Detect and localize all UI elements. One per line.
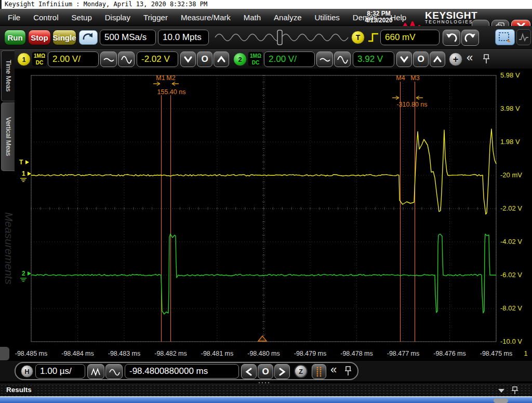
x-axis-label: -98.475 ms: [480, 350, 513, 357]
window-title-bar: Keysight Infiniium : Monday, April 13, 2…: [0, 0, 532, 9]
marker-m4-label[interactable]: M4: [396, 74, 405, 82]
channel-2-scale-field[interactable]: 2.00 V/: [264, 51, 315, 67]
timebase-scale-field[interactable]: 1.00 µs/: [35, 364, 85, 379]
menu-trigger[interactable]: Trigger: [143, 9, 168, 26]
caret-down-icon[interactable]: [498, 388, 505, 393]
horizontal-menu-button[interactable]: H: [21, 365, 33, 378]
menu-display[interactable]: Display: [104, 9, 131, 26]
zoom-select-button[interactable]: [495, 29, 515, 45]
undo-button[interactable]: [443, 30, 460, 46]
redo-button[interactable]: [461, 30, 479, 46]
memory-depth-field[interactable]: 10.0 Mpts: [158, 30, 209, 45]
channel-2-offset-up-button[interactable]: [430, 51, 445, 67]
x-axis-label: -98.483 ms: [108, 350, 141, 357]
grid-intensity-button[interactable]: [312, 364, 326, 379]
channel-2-offset-down-button[interactable]: [396, 51, 412, 67]
channel-1-ground-icon: [20, 178, 27, 183]
channel-1-offset-down-button[interactable]: [180, 51, 196, 67]
collapse-bar-button[interactable]: «: [467, 51, 473, 64]
touch-gesture-icon: [82, 32, 95, 43]
pin-icon[interactable]: [511, 386, 518, 396]
menu-control[interactable]: Control: [33, 9, 59, 26]
channel-1-button[interactable]: 1: [17, 53, 31, 66]
large-wave-icon: [337, 54, 348, 65]
x-axis-labels: -98.485 ms-98.484 ms-98.483 ms-98.482 ms…: [0, 346, 532, 361]
slider-handle[interactable]: [277, 30, 282, 45]
brand-logo: KEYSIGHT TECHNOLOGIES: [425, 11, 477, 24]
trigger-time-marker-icon[interactable]: [258, 336, 267, 341]
channel-1-position-indicator[interactable]: 1: [22, 170, 32, 177]
marker-m1-label[interactable]: M1: [156, 74, 165, 82]
channel-2-offset-field[interactable]: 3.92 V: [353, 51, 394, 67]
add-channel-button[interactable]: +: [449, 53, 462, 66]
single-button[interactable]: Single: [52, 30, 76, 45]
brand-sub: TECHNOLOGIES: [425, 20, 477, 24]
position-zero-button[interactable]: O: [258, 364, 273, 379]
run-button[interactable]: Run: [4, 30, 26, 45]
channel-2-scale-increase-button[interactable]: [334, 51, 351, 67]
stop-button[interactable]: Stop: [28, 30, 51, 45]
channel-1-scale-field[interactable]: 2.00 V/: [48, 51, 99, 67]
menu-math[interactable]: Math: [243, 9, 261, 26]
trigger-source-button[interactable]: T: [351, 31, 365, 44]
chevron-down-icon: [183, 56, 193, 63]
x-axis-label: -98.485 ms: [15, 350, 48, 357]
results-panel[interactable]: Results: [0, 384, 532, 396]
channel-1-offset-up-button[interactable]: [214, 51, 229, 67]
channel-1-scale-decrease-button[interactable]: [100, 51, 117, 67]
menu-setup[interactable]: Setup: [71, 9, 92, 26]
position-left-button[interactable]: [241, 364, 257, 379]
sample-rate-field[interactable]: 500 MSa/s: [100, 30, 156, 45]
chevron-left-icon: [245, 368, 252, 376]
compressed-wave-icon: [90, 367, 102, 376]
menu-file[interactable]: File: [7, 9, 21, 26]
arrow-right-icon: [27, 171, 32, 176]
channel-1-coupling[interactable]: 1MΩDC: [32, 52, 47, 66]
tab-time-meas[interactable]: Time Meas: [1, 50, 15, 101]
window-title: Keysight Infiniium : Monday, April 13, 2…: [5, 1, 207, 8]
pin-icon[interactable]: [344, 365, 352, 378]
channel-1-offset-field[interactable]: -2.02 V: [137, 51, 178, 67]
zoom-mode-button[interactable]: Z: [294, 365, 308, 378]
marker-arrow-left-icon: [172, 82, 179, 86]
touch-button[interactable]: [79, 30, 98, 45]
timebase-zoom-in-button[interactable]: [87, 364, 104, 379]
horizontal-toolbar: H 1.00 µs/ -98.4800880000 ms O Z «: [0, 361, 532, 381]
pin-icon[interactable]: [482, 53, 490, 66]
trigger-edge-icon[interactable]: [367, 31, 380, 44]
tab-vertical-meas[interactable]: Vertical Meas: [1, 102, 15, 171]
menu-measure-mark[interactable]: Measure/Mark: [180, 9, 231, 26]
position-right-button[interactable]: [274, 364, 290, 379]
waveform-tool-button[interactable]: [516, 29, 531, 45]
channel-2-position-indicator[interactable]: 2: [22, 270, 32, 277]
channel-2-ground-icon: [20, 278, 27, 282]
timebase-zoom-out-button[interactable]: [105, 364, 123, 379]
channel-1-scale-increase-button[interactable]: [118, 51, 135, 67]
trigger-level-indicator[interactable]: T: [19, 159, 30, 166]
y-axis-label: 3.98 V: [500, 105, 530, 112]
horizontal-delay-slider[interactable]: [214, 29, 349, 46]
trigger-level-field[interactable]: 660 mV: [380, 30, 440, 45]
menu-analyze[interactable]: Analyze: [273, 9, 302, 26]
channel-2-offset-zero-button[interactable]: O: [413, 51, 429, 67]
marker-arrow-right-icon: [153, 82, 160, 86]
selection-box-icon: [498, 32, 512, 43]
marker-m2-label[interactable]: M2: [166, 74, 175, 82]
double-chevron-left-icon: «: [467, 51, 473, 64]
channel-2-scale-decrease-button[interactable]: [316, 51, 333, 67]
waveform-display[interactable]: M1 M2 155.40 ns M4 M3 -310.80 ns: [16, 69, 532, 346]
y-axis-label: -2.02 V: [500, 204, 530, 212]
menu-utilities[interactable]: Utilities: [314, 9, 340, 26]
collapse-horizontal-button[interactable]: «: [330, 363, 337, 376]
taskbar-item: [494, 398, 508, 403]
channel-1-offset-zero-button[interactable]: O: [197, 51, 212, 67]
marker-m3-label[interactable]: M3: [410, 74, 419, 82]
chevron-up-icon: [433, 56, 442, 63]
marker-delta-m4m3: -310.80 ns: [396, 101, 427, 108]
x-axis-label: -98.479 ms: [294, 350, 327, 357]
channel-2-button[interactable]: 2: [233, 53, 247, 66]
x-axis-label: -98.480 ms: [247, 350, 280, 357]
channel-2-coupling[interactable]: 1MΩDC: [248, 52, 263, 66]
horizontal-position-field[interactable]: -98.4800880000 ms: [125, 364, 239, 379]
y-axis-label: -20 mV: [500, 171, 530, 179]
